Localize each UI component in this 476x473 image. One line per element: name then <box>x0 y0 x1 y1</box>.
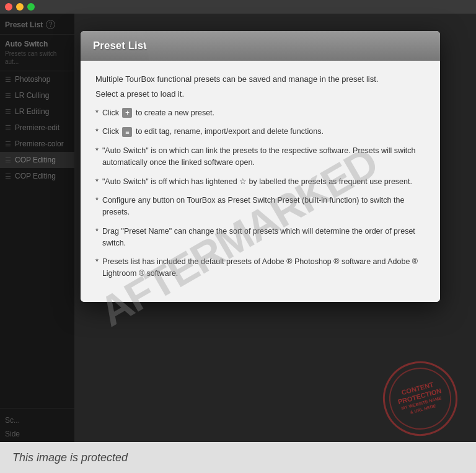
modal-header: Preset List <box>81 31 159 61</box>
bullet-6: * Drag "Preset Name" can change the sort… <box>95 226 425 249</box>
bullet-2: * Click to edit tag, rename, import/expo… <box>95 126 425 138</box>
bullet-3-text: "Auto Switch" is on which can link the p… <box>102 145 425 169</box>
bullet-star: * <box>95 256 99 268</box>
bullet-1-text: Click to create a new preset. <box>102 107 425 119</box>
bullet-star: * <box>95 126 99 138</box>
protected-text: This image is protected <box>12 451 128 464</box>
bullet-star: * <box>95 195 99 206</box>
menu-icon <box>122 127 132 137</box>
titlebar <box>0 0 476 14</box>
fullscreen-button[interactable] <box>27 3 35 11</box>
minimize-button[interactable] <box>16 3 24 11</box>
bullet-star: * <box>95 145 99 157</box>
modal-body: Multiple TourBox functional presets can … <box>81 61 440 302</box>
bullet-5-text: Configure any button on TourBox as Prese… <box>102 195 425 218</box>
bullet-7-text: Presets list has included the default pr… <box>102 256 425 280</box>
bullet-star: * <box>95 226 99 237</box>
protected-banner: This image is protected <box>0 442 476 473</box>
modal-title: Preset List <box>93 40 147 51</box>
app-window: Preset List ? Auto Switch Presets can sw… <box>0 0 476 473</box>
bullet-5: * Configure any button on TourBox as Pre… <box>95 195 425 218</box>
bullet-4-text: "Auto Switch" is off which has lightened… <box>102 176 425 188</box>
bullet-7: * Presets list has included the default … <box>95 256 425 280</box>
modal-select-text: Select a preset to load it. <box>95 89 425 99</box>
close-button[interactable] <box>5 3 12 11</box>
bullet-star: * <box>95 176 99 188</box>
bullet-star: * <box>95 107 99 119</box>
modal-intro-text: Multiple TourBox functional presets can … <box>95 73 425 86</box>
bullet-1: * Click to create a new preset. <box>95 107 425 119</box>
plus-icon <box>122 108 132 118</box>
preset-list-modal: Preset List Multiple TourBox functional … <box>81 31 440 302</box>
bullet-3: * "Auto Switch" is on which can link the… <box>95 145 425 169</box>
bullet-6-text: Drag "Preset Name" can change the sort o… <box>102 226 425 249</box>
modal-header-wrapper: Preset List <box>81 31 440 61</box>
bullet-4: * "Auto Switch" is off which has lighten… <box>95 176 425 188</box>
bullet-2-text: Click to edit tag, rename, import/export… <box>102 126 425 138</box>
